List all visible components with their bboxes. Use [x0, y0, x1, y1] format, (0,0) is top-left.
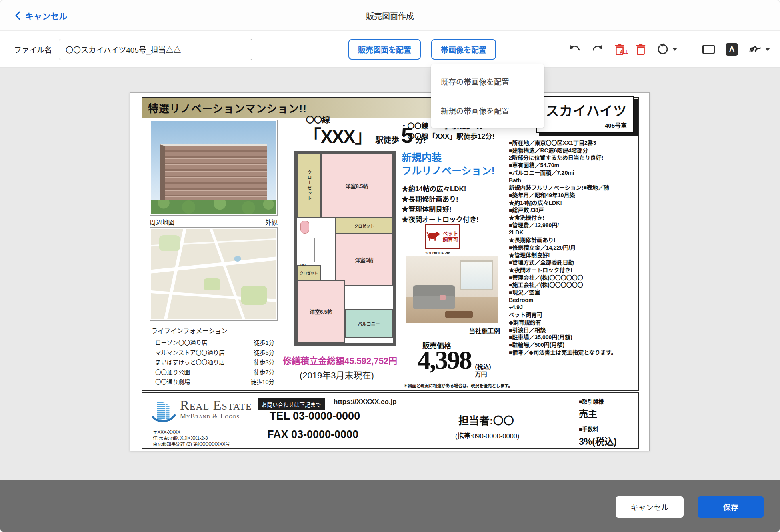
- walk-time: 徒歩5分: [254, 348, 274, 358]
- page-title: 販売図面作成: [0, 0, 780, 31]
- rotate-tool[interactable]: [657, 43, 677, 55]
- property-detail-line: Bath: [509, 177, 638, 184]
- header: キャンセル 販売図面作成: [0, 0, 780, 31]
- pet-allowed-badge: ペット 飼育可: [425, 224, 460, 249]
- property-detail-line: ◈飼育規約有: [509, 319, 638, 326]
- dropdown-menu-item[interactable]: 既存の帯画像を配置: [431, 67, 544, 96]
- place-sales-drawing-button[interactable]: 販売図面を配置: [348, 39, 421, 60]
- draw-tool[interactable]: [749, 44, 770, 54]
- text-tool-icon[interactable]: A: [726, 43, 738, 56]
- price-value: 4,398: [418, 345, 471, 375]
- life-info-row: マルマンストア〇〇通り店 徒歩5分: [155, 348, 274, 358]
- property-detail-line: ■管理会社／(株)〇〇〇〇〇〇: [509, 274, 638, 282]
- draw-squiggle-icon: [749, 44, 762, 54]
- catch-line2: フルリノベーション!: [402, 164, 495, 178]
- delete-all-label: ALL: [620, 50, 628, 54]
- property-detail-line: ■現況／空室: [509, 289, 638, 296]
- place-name: マルマンストア〇〇通り店: [155, 348, 225, 358]
- property-detail-line: ペット飼育可: [509, 311, 638, 319]
- place-band-image-button[interactable]: 帯画像を配置: [431, 39, 496, 60]
- license-line: 東京都知事免許 (3) 第XXXXXXXXX号: [153, 441, 230, 447]
- life-info-row: ローソン〇〇通り店 徒歩1分: [155, 338, 274, 348]
- property-detail-line: ■駐輪場／500円(月額): [509, 341, 638, 349]
- walk-label: 駅徒歩: [375, 134, 399, 145]
- property-detail-line: ★長期修計画あり!: [509, 236, 638, 244]
- flyer-footer: Real Estate MyBrand & Logos 〒XXX-XXXX 住所…: [142, 392, 639, 449]
- file-name-input[interactable]: [59, 39, 252, 60]
- postal-code: 〒XXX-XXXX: [153, 429, 230, 435]
- fee-value: 3%(税込): [579, 434, 617, 448]
- save-button[interactable]: 保存: [698, 496, 764, 518]
- property-detail-line: ■駐車場／35,000円(月額): [509, 334, 638, 341]
- fee-label: ■手数料: [579, 425, 617, 433]
- redo-icon[interactable]: [592, 44, 604, 54]
- contact-badge: お問い合わせは下記まで: [258, 398, 325, 410]
- feature-item: ★長期修計画あり!: [402, 194, 479, 205]
- catch-copy: 新規内装 フルリノベーション!: [402, 151, 495, 178]
- flyer-sheet[interactable]: 特選リノベーションマンション!! 周辺地図 外観 ライフインフォメーション: [130, 92, 650, 451]
- pet-badge-line2: 飼育可: [442, 236, 458, 242]
- repair-fund-total: 修繕積立金総額45.592,752円: [283, 354, 397, 366]
- walk-time: 徒歩10分: [250, 377, 274, 387]
- band-image-dropdown: 既存の帯画像を配置新規の帯画像を配置: [431, 64, 544, 128]
- floorplan-closet: クロゼット: [335, 217, 393, 234]
- company-address: 〒XXX-XXXX 住所:東京都〇〇区XX1-2-3 東京都知事免許 (3) 第…: [153, 429, 230, 447]
- property-detail-line: ■修繕積立金／14,220円/月: [509, 244, 638, 252]
- walk-time: 徒歩3分: [254, 358, 274, 368]
- brand-logo-icon: [151, 396, 176, 427]
- property-detail-line: ★管理体制良好!: [509, 252, 638, 259]
- property-detail-line: ■建物構造／RC造6階建4階部分: [509, 147, 638, 154]
- address-line: 住所:東京都〇〇区XX1-2-3: [153, 435, 230, 441]
- feature-list: ★約14帖の広々LDK!★長期修計画あり!★管理体制良好!★夜間オートロック付き…: [402, 184, 479, 225]
- access-bullet: ・〇〇線「XXX」駅徒歩12分!: [400, 131, 494, 142]
- property-detail-line: ■施工会社／(株)〇〇〇〇〇〇: [509, 281, 638, 289]
- life-info-row: 〇〇通り劇場 徒歩10分: [155, 377, 274, 387]
- floorplan-stairs: [299, 238, 315, 262]
- floor-plan: クローゼット 洋室8.5帖 クロゼット 洋室6帖 クロゼット 洋室6.5帖 バル…: [294, 151, 396, 346]
- shape-rectangle-icon[interactable]: [702, 45, 715, 54]
- property-detail-line: ■管理費／12,980円/: [509, 222, 638, 229]
- editor-canvas[interactable]: 特選リノベーションマンション!! 周辺地図 外観 ライフインフォメーション: [0, 68, 780, 480]
- feature-item: ★管理体制良好!: [402, 204, 479, 215]
- agent-name: 担当者:〇〇: [458, 412, 514, 427]
- property-detail-line: ★夜間オートロック付き!: [509, 266, 638, 274]
- dog-icon: [426, 230, 441, 242]
- app-window: キャンセル 販売図面作成 ファイル名 販売図面を配置 帯画像を配置 ALL: [0, 0, 780, 532]
- building-name: スカイハイツ: [537, 100, 627, 120]
- place-name: ローソン〇〇通り店: [155, 338, 208, 348]
- property-detail-line: ■築年月／昭和49年10月築: [509, 192, 638, 199]
- floorplan-closet: クロゼット: [297, 265, 321, 281]
- caret-down-icon: [672, 48, 677, 51]
- place-name: まいばすけっと〇〇通り店: [155, 358, 225, 368]
- floorplan-stairs-label: DN: [300, 263, 306, 267]
- station-name: 「XXX」: [304, 122, 372, 148]
- deal-type: 売主: [579, 406, 617, 420]
- property-detail-line: Bedroom: [509, 296, 638, 304]
- dropdown-menu-item[interactable]: 新規の帯画像を配置: [431, 96, 544, 125]
- property-detail-line: ■バルコニー面積／7.20mi: [509, 169, 638, 177]
- property-detail-line: ★食洗機付き!: [509, 214, 638, 222]
- property-detail-line: ■管理方式／全部委託日勤: [509, 259, 638, 266]
- delete-all-icon[interactable]: ALL: [614, 44, 625, 55]
- delete-icon[interactable]: [636, 44, 646, 55]
- cancel-button[interactable]: キャンセル: [616, 496, 684, 518]
- room-number: 405号室: [537, 121, 627, 129]
- image-labels: 周辺地図 外観: [150, 218, 278, 226]
- undo-icon[interactable]: [569, 44, 581, 54]
- walk-time: 徒歩7分: [254, 368, 274, 378]
- floorplan-closet: クローゼット: [297, 153, 322, 218]
- caret-down-icon: [765, 48, 770, 51]
- property-detail-line: ★約14帖の広々LDK!: [509, 199, 638, 207]
- walk-time: 徒歩1分: [254, 338, 274, 348]
- floorplan-room: 洋室6.5帖: [297, 280, 345, 343]
- catch-line1: 新規内装: [402, 151, 495, 164]
- price-unit-tax: (税込): [475, 363, 491, 370]
- property-detail-line: 2LDK: [509, 229, 638, 236]
- brand-subtitle: MyBrand & Logos: [180, 412, 252, 420]
- repair-fund-asof: (2019年3月末現在): [300, 368, 374, 381]
- property-detail-line: ■引渡日／相談: [509, 326, 638, 334]
- floorplan-room: 洋室8.5帖: [320, 153, 393, 218]
- flyer-main-box: 特選リノベーションマンション!! 周辺地図 外観 ライフインフォメーション: [142, 97, 639, 391]
- interior-photo-label: 当社施工例: [405, 326, 500, 335]
- file-name-label: ファイル名: [14, 31, 52, 68]
